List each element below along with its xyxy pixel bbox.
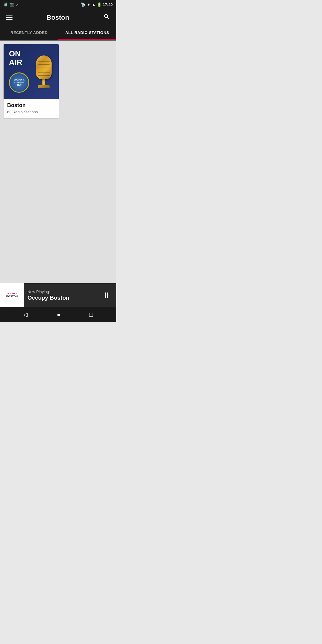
status-icons-right: 📡 ▼ ▲ 🔋 17:40 [81,2,113,7]
pause-button[interactable]: ⏸ [100,290,113,301]
boston-seal: BOSTONIACONDITA1630 [9,72,29,93]
recents-icon: □ [89,311,93,318]
now-playing-label: Now Playing: [27,290,97,294]
home-icon: ● [57,311,60,318]
station-count: 63 Radio Stations [7,110,55,114]
now-playing-thumbnail: OCCUPY BOSTON [0,283,24,307]
tab-bar: RECENTLY ADDED ALL RADIO STATIONS [0,26,116,41]
station-name: Boston [7,102,55,109]
signal-icon: ▲ [92,2,96,7]
recents-button[interactable]: □ [84,309,97,320]
station-card-image: ONAIR BOSTONIACONDITA1630 [4,44,59,99]
tab-recently-added[interactable]: RECENTLY ADDED [0,26,58,40]
main-content: ONAIR BOSTONIACONDITA1630 [0,41,116,283]
app-bar: Boston [0,9,116,26]
tab-all-radio-stations[interactable]: ALL RADIO STATIONS [58,26,116,40]
back-button[interactable]: ◁ [18,309,32,320]
wifi-icon: ▼ [87,2,91,7]
time-display: 17:40 [103,2,113,7]
station-card-info: Boston 63 Radio Stations [4,99,59,118]
page-title: Boston [47,14,69,21]
pause-icon: ⏸ [103,291,110,300]
nav-bar: ◁ ● □ [0,307,116,322]
battery-icon: 🔋 [97,2,102,7]
search-button[interactable] [102,12,112,23]
hamburger-icon [6,16,13,20]
now-playing-bar[interactable]: OCCUPY BOSTON Now Playing: Occupy Boston… [0,283,116,307]
back-icon: ◁ [23,311,28,318]
notification-icon-3: ♪ [16,2,18,7]
now-playing-title: Occupy Boston [27,295,97,301]
menu-button[interactable] [5,14,14,21]
status-bar: 🎽 📷 ♪ 📡 ▼ ▲ 🔋 17:40 [0,0,116,9]
occupy-logo: OCCUPY BOSTON [6,292,18,298]
notification-icon-2: 📷 [10,2,14,7]
microphone-graphic [32,47,56,96]
on-air-graphic: ONAIR BOSTONIACONDITA1630 [4,44,59,99]
now-playing-info: Now Playing: Occupy Boston [24,290,100,301]
notification-icon-1: 🎽 [4,2,8,7]
on-air-text: ONAIR [9,49,22,66]
search-icon [103,13,110,22]
station-card-boston[interactable]: ONAIR BOSTONIACONDITA1630 [4,44,59,118]
home-button[interactable]: ● [52,309,65,320]
cast-icon: 📡 [81,2,86,7]
status-icons-left: 🎽 📷 ♪ [4,2,18,7]
